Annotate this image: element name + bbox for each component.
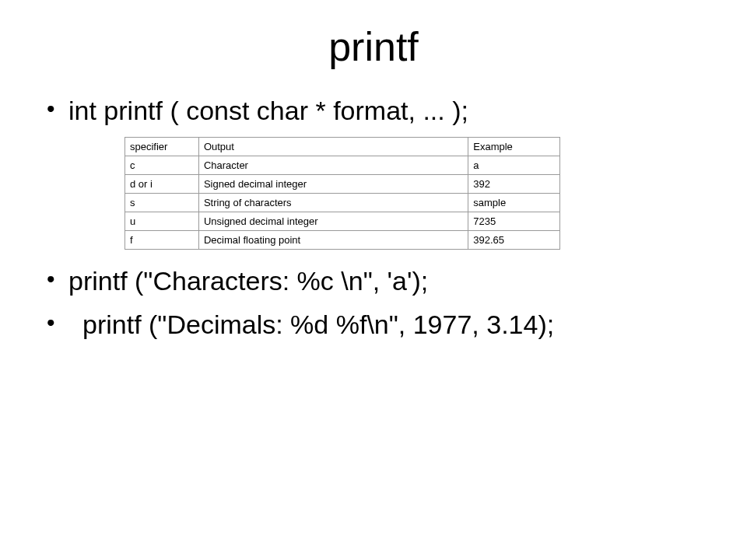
col-output: Output xyxy=(198,137,468,156)
cell-specifier: u xyxy=(125,212,199,230)
specifier-table-wrap: specifier Output Example c Character a d… xyxy=(124,137,560,250)
cell-output: Unsigned decimal integer xyxy=(198,212,468,230)
table-row: s String of characters sample xyxy=(125,193,560,212)
cell-output: Character xyxy=(198,156,468,174)
slide: printf int printf ( const char * format,… xyxy=(0,0,747,560)
bullet-list: int printf ( const char * format, ... ); xyxy=(31,93,716,129)
table-header-row: specifier Output Example xyxy=(125,137,560,156)
cell-example: sample xyxy=(468,193,560,212)
cell-example: 392 xyxy=(468,174,560,193)
cell-example: 392.65 xyxy=(468,230,560,249)
cell-example: 7235 xyxy=(468,212,560,230)
bullet-item: printf ("Characters: %c \n", 'a'); xyxy=(47,264,716,299)
cell-example: a xyxy=(468,156,560,174)
page-title: printf xyxy=(31,23,716,70)
cell-specifier: c xyxy=(125,156,199,174)
col-example: Example xyxy=(468,137,560,156)
bullet-text: int printf ( const char * format, ... ); xyxy=(68,96,468,125)
cell-output: Signed decimal integer xyxy=(198,174,468,193)
cell-output: Decimal floating point xyxy=(198,230,468,249)
bullet-item: int printf ( const char * format, ... ); xyxy=(47,93,716,129)
cell-specifier: d or i xyxy=(125,174,199,193)
bullet-item: printf ("Decimals: %d %f\n", 1977, 3.14)… xyxy=(47,307,716,343)
bullet-text: printf ("Characters: %c \n", 'a'); xyxy=(68,266,428,296)
table-row: u Unsigned decimal integer 7235 xyxy=(125,212,560,230)
col-specifier: specifier xyxy=(125,137,199,156)
bullet-text: printf ("Decimals: %d %f\n", 1977, 3.14)… xyxy=(82,310,554,339)
specifier-table: specifier Output Example c Character a d… xyxy=(124,137,560,250)
table-row: d or i Signed decimal integer 392 xyxy=(125,174,560,193)
cell-output: String of characters xyxy=(198,193,468,212)
table-row: c Character a xyxy=(125,156,560,174)
cell-specifier: s xyxy=(125,193,199,212)
cell-specifier: f xyxy=(125,230,199,249)
bullet-list: printf ("Characters: %c \n", 'a'); print… xyxy=(31,264,716,343)
table-row: f Decimal floating point 392.65 xyxy=(125,230,560,249)
